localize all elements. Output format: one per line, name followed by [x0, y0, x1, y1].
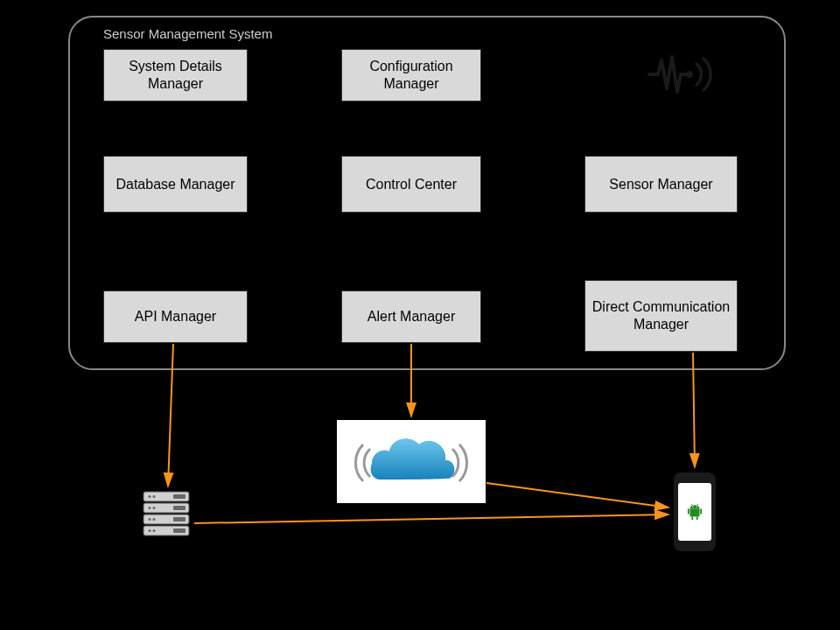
box-label: Sensor Manager: [609, 176, 712, 193]
svg-point-23: [692, 506, 693, 507]
box-api: API Manager: [103, 290, 248, 343]
svg-line-21: [691, 504, 692, 506]
svg-rect-18: [700, 508, 702, 514]
svg-line-22: [697, 504, 698, 506]
box-database: Database Manager: [103, 156, 248, 213]
svg-point-9: [149, 518, 151, 521]
box-system-details: System Details Manager: [103, 49, 248, 102]
svg-rect-20: [696, 517, 698, 521]
svg-point-12: [153, 529, 156, 532]
svg-point-24: [696, 506, 697, 507]
box-label: API Manager: [135, 308, 216, 326]
svg-line-29: [486, 483, 668, 508]
box-alert: Alert Manager: [341, 290, 481, 343]
svg-rect-14: [173, 506, 186, 510]
box-label: Control Center: [366, 176, 457, 193]
box-label: System Details Manager: [108, 58, 243, 93]
server-icon: [140, 490, 192, 538]
box-direct-comm: Direct Communication Manager: [584, 280, 738, 352]
svg-point-11: [149, 529, 151, 532]
box-label: Direct Communication Manager: [589, 298, 733, 333]
box-label: Database Manager: [116, 176, 234, 193]
svg-point-6: [153, 495, 156, 498]
svg-rect-15: [173, 517, 186, 522]
svg-rect-16: [173, 528, 186, 533]
box-sensor: Sensor Manager: [584, 156, 738, 213]
svg-point-5: [149, 495, 151, 498]
box-configuration: Configuration Manager: [341, 49, 481, 102]
android-phone-icon: [674, 472, 716, 551]
box-label: Configuration Manager: [346, 58, 477, 93]
svg-rect-19: [691, 517, 693, 521]
cloud-service-icon: [337, 420, 486, 503]
svg-point-8: [153, 507, 156, 509]
svg-rect-13: [173, 494, 186, 499]
sensor-signal-icon: [648, 48, 718, 101]
box-label: Alert Manager: [368, 308, 456, 326]
container-title: Sensor Management System: [103, 26, 272, 41]
svg-rect-17: [688, 508, 690, 514]
svg-point-10: [153, 518, 156, 521]
box-control-center: Control Center: [341, 156, 481, 213]
svg-line-28: [194, 514, 668, 523]
svg-point-0: [686, 71, 693, 78]
svg-point-7: [149, 507, 151, 509]
